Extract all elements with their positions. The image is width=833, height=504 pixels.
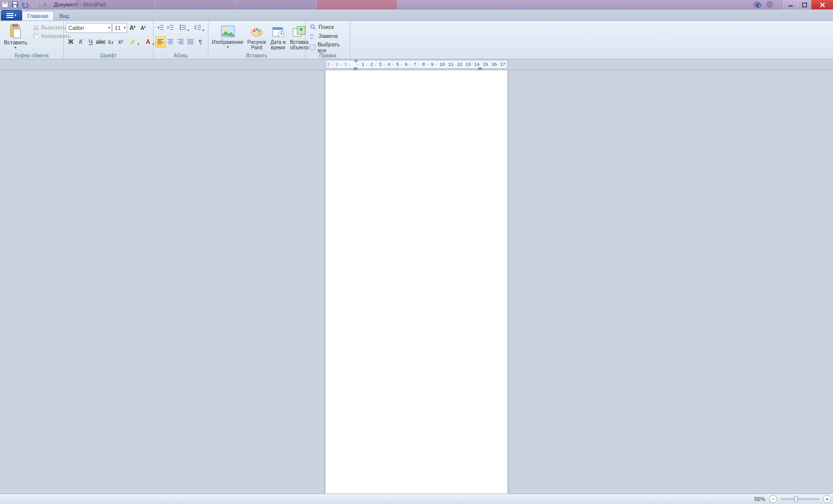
tab-home[interactable]: Главная [22, 11, 54, 20]
svg-point-25 [180, 24, 181, 26]
svg-rect-9 [6, 13, 13, 14]
svg-line-65 [314, 28, 316, 29]
ruler-mark: 9 [431, 62, 434, 67]
zoom-slider-thumb[interactable] [794, 496, 798, 502]
quick-access-toolbar: ≡ [0, 0, 49, 8]
underline-label: Ч [89, 38, 93, 45]
ruler-tick: · [375, 62, 376, 67]
horizontal-ruler[interactable]: 3·2·1··1·2·3·4·5·6·7·8·9·10·11·12·13·14·… [326, 60, 507, 69]
align-justify-button[interactable] [185, 36, 195, 47]
ruler-tick: · [409, 62, 411, 67]
tab-view[interactable]: Вид [54, 11, 75, 20]
ruler-tick: · [453, 62, 454, 67]
redo-icon[interactable] [31, 0, 39, 8]
subscript-button[interactable]: x₂ [106, 36, 116, 47]
copy-icon [32, 32, 39, 39]
grow-font-icon: A▴ [130, 24, 136, 31]
svg-rect-18 [35, 35, 38, 39]
page[interactable] [326, 70, 507, 494]
svg-point-64 [311, 25, 315, 28]
insert-drawing-button[interactable]: РисунокPaint [246, 22, 268, 51]
ruler-tick: · [418, 62, 420, 67]
paragraph-dialog-button[interactable]: ¶ [195, 36, 205, 47]
maximize-button[interactable] [797, 0, 811, 9]
align-left-icon [157, 38, 164, 46]
chevron-down-icon: ▾ [108, 25, 110, 30]
ruler-mark: 5 [396, 62, 399, 67]
align-justify-icon [187, 38, 194, 46]
font-size-value: 11 [115, 25, 121, 31]
close-button[interactable] [811, 0, 833, 9]
decrease-indent-button[interactable] [156, 22, 166, 33]
qat-customize-icon[interactable]: ≡ [41, 0, 49, 8]
line-spacing-icon [194, 24, 201, 32]
zoom-in-button[interactable]: + [823, 495, 831, 503]
align-center-button[interactable] [166, 36, 175, 47]
increase-indent-button[interactable] [166, 22, 175, 33]
ruler-tick: · [444, 62, 446, 67]
font-color-icon: A [146, 38, 151, 45]
select-all-icon [310, 44, 316, 51]
italic-button[interactable]: К [76, 36, 86, 47]
replace-icon: abac [310, 32, 317, 39]
bullets-button[interactable]: ▾ [175, 22, 190, 33]
ruler-mark: 6 [405, 62, 407, 67]
replace-button[interactable]: abac Замена [308, 31, 340, 40]
font-group-label: Шрифт [64, 53, 153, 58]
grow-font-button[interactable]: A▴ [128, 22, 138, 33]
ruler-tick: · [461, 62, 463, 67]
paragraph-icon: ¶ [199, 38, 202, 46]
ribbon-tabstrip: ▾ Главная Вид [0, 9, 833, 21]
align-left-button[interactable] [156, 36, 166, 47]
insert-image-button[interactable]: Изображение ▾ [210, 22, 245, 50]
chevron-down-icon: ▾ [227, 45, 229, 49]
ruler-tick: · [401, 62, 402, 67]
zoom-slider[interactable] [780, 498, 820, 500]
ruler-mark: 3 [327, 62, 330, 67]
shrink-font-button[interactable]: A▾ [138, 22, 148, 33]
group-edit: Поиск abac Замена Выбрать все Правка [306, 21, 350, 59]
svg-point-54 [256, 28, 258, 30]
find-button[interactable]: Поиск [308, 22, 335, 31]
insert-datetime-label1: Дата и [270, 39, 286, 45]
chevron-down-icon: ▾ [14, 45, 16, 50]
zoom-out-button[interactable]: − [769, 495, 777, 503]
superscript-label: x² [118, 38, 123, 45]
titlebar: ≡ Документ - WordPad ◐ [0, 0, 833, 9]
paint-icon [249, 23, 265, 39]
strikethrough-button[interactable]: abc [96, 36, 106, 47]
select-all-button[interactable]: Выбрать все [308, 40, 348, 54]
minimize-button[interactable] [783, 0, 797, 9]
superscript-button[interactable]: x² [116, 36, 126, 47]
svg-point-27 [180, 28, 181, 30]
bold-button[interactable]: Ж [66, 36, 76, 47]
underline-button[interactable]: Ч [86, 36, 96, 47]
line-spacing-button[interactable]: ▾ [190, 22, 205, 33]
align-right-button[interactable] [175, 36, 185, 47]
file-menu-button[interactable]: ▾ [1, 10, 22, 20]
ruler-mark: 7 [414, 62, 416, 67]
svg-point-55 [258, 30, 260, 32]
ruler-tick: · [427, 62, 428, 67]
insert-datetime-button[interactable]: Дата ивремя [269, 22, 288, 51]
ruler-tick: · [366, 62, 367, 67]
paste-icon [7, 23, 23, 39]
highlight-color-button[interactable]: ▾ [126, 36, 141, 47]
svg-text:ac: ac [310, 36, 313, 39]
align-center-icon [167, 38, 174, 46]
ruler-mark: 8 [422, 62, 425, 67]
font-size-combo[interactable]: 11 ▾ [112, 23, 127, 33]
ruler-tick: · [479, 62, 480, 67]
ruler-tick: · [340, 62, 341, 67]
ruler-mark: 1 [344, 62, 347, 67]
font-family-combo[interactable]: Calibri ▾ [66, 23, 112, 33]
svg-rect-58 [273, 27, 283, 30]
paste-button[interactable]: Вставить ▾ [2, 22, 29, 51]
document-area[interactable] [0, 70, 833, 494]
ruler-mark: 17 [500, 62, 505, 67]
save-icon[interactable] [11, 0, 19, 8]
replace-label: Замена [319, 33, 338, 39]
insert-group-label: Вставить [208, 53, 305, 58]
help-icon[interactable]: ◐ [753, 0, 763, 9]
undo-icon[interactable] [21, 0, 29, 8]
